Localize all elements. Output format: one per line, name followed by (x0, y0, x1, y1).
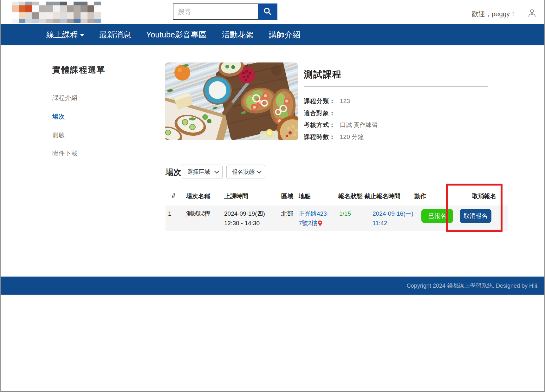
table-top-border (165, 186, 508, 186)
col-header-index: # (172, 192, 175, 199)
cell-region: 北部 (281, 209, 293, 219)
sidebar-item-quiz[interactable]: 測驗 (52, 131, 65, 140)
user-account-icon[interactable] (527, 8, 537, 18)
cell-name: 測試課程 (186, 209, 210, 219)
status-filter-select[interactable]: 報名狀態 (226, 165, 265, 179)
col-header-location: 地點 (299, 192, 311, 200)
sessions-section-label: 場次 (165, 167, 181, 178)
cell-location-link[interactable]: 正光路423- 7號2樓 (299, 209, 329, 229)
course-title-divider (304, 86, 488, 87)
course-title: 測試課程 (304, 69, 342, 81)
sidebar-title: 實體課程選單 (52, 64, 106, 75)
nav-youtube-zone[interactable]: Youtube影音專區 (146, 29, 207, 40)
course-image (165, 62, 298, 140)
cell-enrollment-status: 1/15 (339, 209, 351, 219)
cell-deadline: 2024-09-16(一) 11:42 (373, 209, 413, 228)
chevron-down-icon (214, 169, 219, 174)
search-icon (263, 7, 272, 17)
header: 歡迎，peggy！ (1, 0, 544, 24)
col-header-cancel: 取消報名 (472, 192, 496, 200)
search-input[interactable] (173, 3, 258, 20)
main-navigation: 線上課程 最新消息 Youtube影音專區 活動花絮 講師介紹 (1, 24, 544, 45)
search-bar (173, 3, 277, 20)
course-detail-audience: 適合對象： (304, 109, 340, 117)
col-header-region: 區域 (281, 192, 293, 200)
sidebar-item-sessions[interactable]: 場次 (52, 113, 65, 121)
col-header-time: 上課時間 (224, 192, 248, 200)
page: 歡迎，peggy！ 線上課程 最新消息 Youtube影音專區 活動花絮 講師介… (0, 0, 545, 392)
nav-instructor-intro[interactable]: 講師介紹 (269, 29, 301, 40)
sidebar-item-attachments[interactable]: 附件下載 (52, 149, 78, 158)
copyright-text: Copyright 2024 錢都線上學習系統. Designed by Hii… (407, 282, 539, 290)
cell-index: 1 (168, 209, 172, 219)
registered-button[interactable]: 已報名 (421, 209, 453, 223)
col-header-deadline: 截止報名時間 (364, 192, 400, 200)
footer: Copyright 2024 錢都線上學習系統. Designed by Hii… (1, 277, 544, 295)
chevron-down-icon (257, 169, 262, 174)
course-detail-assessment: 考核方式：口試 實作練習 (304, 121, 378, 129)
course-detail-category: 課程分類：123 (304, 97, 350, 105)
sidebar-item-course-intro[interactable]: 課程介紹 (52, 94, 78, 102)
search-button[interactable] (258, 3, 277, 20)
col-header-action: 動作 (414, 192, 426, 200)
chevron-down-icon (80, 34, 84, 36)
region-filter-select[interactable]: 選擇區域 (182, 165, 223, 179)
col-header-status: 報名狀態 (338, 192, 362, 200)
col-header-name: 場次名稱 (186, 192, 210, 200)
sidebar-divider (52, 82, 156, 82)
cell-time: 2024-09-19(四) 12:30 - 14:30 (224, 209, 265, 228)
nav-online-courses[interactable]: 線上課程 (46, 29, 84, 40)
map-pin-icon[interactable] (318, 219, 322, 229)
cancel-registration-button[interactable]: 取消報名 (460, 209, 491, 223)
welcome-message: 歡迎，peggy！ (472, 10, 516, 18)
course-detail-duration: 課程時數：120 分鐘 (304, 133, 364, 141)
nav-latest-news[interactable]: 最新消息 (99, 29, 131, 40)
table-row (165, 206, 508, 231)
site-logo[interactable] (12, 2, 101, 23)
nav-event-highlights[interactable]: 活動花絮 (222, 29, 254, 40)
